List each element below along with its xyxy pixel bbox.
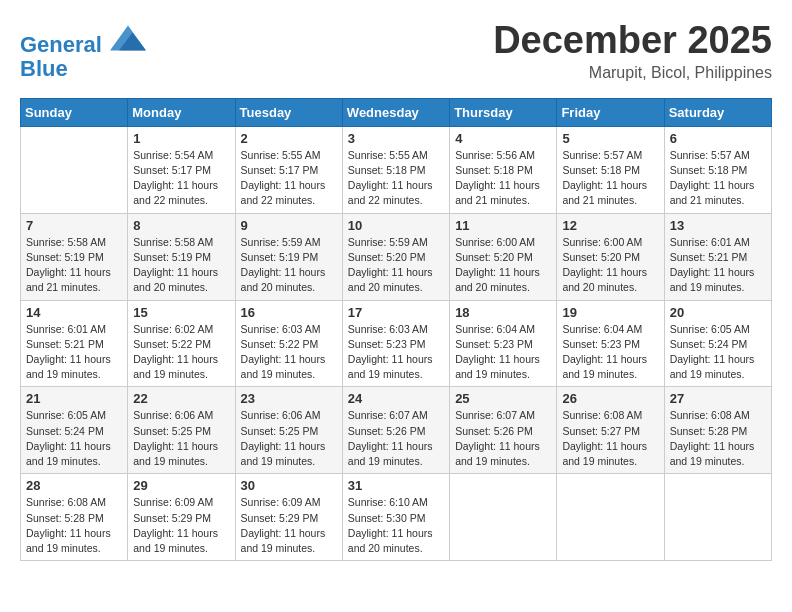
calendar-cell: 10Sunrise: 5:59 AM Sunset: 5:20 PM Dayli… — [342, 213, 449, 300]
day-info: Sunrise: 6:09 AM Sunset: 5:29 PM Dayligh… — [133, 495, 229, 556]
calendar-cell: 25Sunrise: 6:07 AM Sunset: 5:26 PM Dayli… — [450, 387, 557, 474]
day-number: 14 — [26, 305, 122, 320]
day-info: Sunrise: 5:57 AM Sunset: 5:18 PM Dayligh… — [670, 148, 766, 209]
day-info: Sunrise: 6:05 AM Sunset: 5:24 PM Dayligh… — [670, 322, 766, 383]
day-number: 16 — [241, 305, 337, 320]
logo: General Blue — [20, 24, 146, 81]
calendar-week-1: 1Sunrise: 5:54 AM Sunset: 5:17 PM Daylig… — [21, 126, 772, 213]
calendar-cell: 17Sunrise: 6:03 AM Sunset: 5:23 PM Dayli… — [342, 300, 449, 387]
calendar-cell: 3Sunrise: 5:55 AM Sunset: 5:18 PM Daylig… — [342, 126, 449, 213]
calendar-week-5: 28Sunrise: 6:08 AM Sunset: 5:28 PM Dayli… — [21, 474, 772, 561]
day-info: Sunrise: 6:08 AM Sunset: 5:27 PM Dayligh… — [562, 408, 658, 469]
logo-general: General — [20, 32, 102, 57]
weekday-header-monday: Monday — [128, 98, 235, 126]
calendar-cell: 20Sunrise: 6:05 AM Sunset: 5:24 PM Dayli… — [664, 300, 771, 387]
day-info: Sunrise: 6:08 AM Sunset: 5:28 PM Dayligh… — [670, 408, 766, 469]
calendar-week-3: 14Sunrise: 6:01 AM Sunset: 5:21 PM Dayli… — [21, 300, 772, 387]
weekday-header-tuesday: Tuesday — [235, 98, 342, 126]
day-number: 23 — [241, 391, 337, 406]
weekday-header-row: SundayMondayTuesdayWednesdayThursdayFrid… — [21, 98, 772, 126]
day-info: Sunrise: 6:08 AM Sunset: 5:28 PM Dayligh… — [26, 495, 122, 556]
page-header: General Blue December 2025 Marupit, Bico… — [20, 20, 772, 82]
calendar-cell: 31Sunrise: 6:10 AM Sunset: 5:30 PM Dayli… — [342, 474, 449, 561]
day-info: Sunrise: 6:00 AM Sunset: 5:20 PM Dayligh… — [562, 235, 658, 296]
day-info: Sunrise: 6:04 AM Sunset: 5:23 PM Dayligh… — [455, 322, 551, 383]
day-number: 5 — [562, 131, 658, 146]
day-number: 11 — [455, 218, 551, 233]
day-number: 17 — [348, 305, 444, 320]
calendar-cell: 19Sunrise: 6:04 AM Sunset: 5:23 PM Dayli… — [557, 300, 664, 387]
day-info: Sunrise: 5:55 AM Sunset: 5:17 PM Dayligh… — [241, 148, 337, 209]
calendar-cell: 1Sunrise: 5:54 AM Sunset: 5:17 PM Daylig… — [128, 126, 235, 213]
logo-icon — [110, 24, 146, 52]
calendar-cell: 23Sunrise: 6:06 AM Sunset: 5:25 PM Dayli… — [235, 387, 342, 474]
calendar-cell: 12Sunrise: 6:00 AM Sunset: 5:20 PM Dayli… — [557, 213, 664, 300]
day-info: Sunrise: 6:10 AM Sunset: 5:30 PM Dayligh… — [348, 495, 444, 556]
calendar-cell: 16Sunrise: 6:03 AM Sunset: 5:22 PM Dayli… — [235, 300, 342, 387]
calendar-cell: 7Sunrise: 5:58 AM Sunset: 5:19 PM Daylig… — [21, 213, 128, 300]
weekday-header-friday: Friday — [557, 98, 664, 126]
calendar-cell — [557, 474, 664, 561]
day-info: Sunrise: 5:59 AM Sunset: 5:19 PM Dayligh… — [241, 235, 337, 296]
day-info: Sunrise: 6:01 AM Sunset: 5:21 PM Dayligh… — [670, 235, 766, 296]
weekday-header-saturday: Saturday — [664, 98, 771, 126]
calendar-cell: 22Sunrise: 6:06 AM Sunset: 5:25 PM Dayli… — [128, 387, 235, 474]
day-number: 15 — [133, 305, 229, 320]
day-number: 27 — [670, 391, 766, 406]
day-info: Sunrise: 6:02 AM Sunset: 5:22 PM Dayligh… — [133, 322, 229, 383]
calendar-cell: 21Sunrise: 6:05 AM Sunset: 5:24 PM Dayli… — [21, 387, 128, 474]
logo-text: General — [20, 24, 146, 57]
calendar-cell: 24Sunrise: 6:07 AM Sunset: 5:26 PM Dayli… — [342, 387, 449, 474]
calendar-cell: 30Sunrise: 6:09 AM Sunset: 5:29 PM Dayli… — [235, 474, 342, 561]
day-number: 24 — [348, 391, 444, 406]
calendar-cell: 15Sunrise: 6:02 AM Sunset: 5:22 PM Dayli… — [128, 300, 235, 387]
day-number: 8 — [133, 218, 229, 233]
weekday-header-wednesday: Wednesday — [342, 98, 449, 126]
day-info: Sunrise: 6:06 AM Sunset: 5:25 PM Dayligh… — [241, 408, 337, 469]
title-block: December 2025 Marupit, Bicol, Philippine… — [493, 20, 772, 82]
calendar-location: Marupit, Bicol, Philippines — [493, 64, 772, 82]
day-info: Sunrise: 6:05 AM Sunset: 5:24 PM Dayligh… — [26, 408, 122, 469]
calendar-cell: 11Sunrise: 6:00 AM Sunset: 5:20 PM Dayli… — [450, 213, 557, 300]
day-info: Sunrise: 6:06 AM Sunset: 5:25 PM Dayligh… — [133, 408, 229, 469]
day-number: 12 — [562, 218, 658, 233]
day-info: Sunrise: 6:03 AM Sunset: 5:23 PM Dayligh… — [348, 322, 444, 383]
calendar-cell — [664, 474, 771, 561]
calendar-cell: 27Sunrise: 6:08 AM Sunset: 5:28 PM Dayli… — [664, 387, 771, 474]
calendar-week-4: 21Sunrise: 6:05 AM Sunset: 5:24 PM Dayli… — [21, 387, 772, 474]
day-number: 22 — [133, 391, 229, 406]
calendar-cell: 26Sunrise: 6:08 AM Sunset: 5:27 PM Dayli… — [557, 387, 664, 474]
day-number: 28 — [26, 478, 122, 493]
calendar-cell: 5Sunrise: 5:57 AM Sunset: 5:18 PM Daylig… — [557, 126, 664, 213]
calendar-cell: 8Sunrise: 5:58 AM Sunset: 5:19 PM Daylig… — [128, 213, 235, 300]
day-number: 29 — [133, 478, 229, 493]
day-number: 31 — [348, 478, 444, 493]
day-info: Sunrise: 5:57 AM Sunset: 5:18 PM Dayligh… — [562, 148, 658, 209]
day-info: Sunrise: 5:56 AM Sunset: 5:18 PM Dayligh… — [455, 148, 551, 209]
day-number: 26 — [562, 391, 658, 406]
day-info: Sunrise: 5:54 AM Sunset: 5:17 PM Dayligh… — [133, 148, 229, 209]
day-number: 6 — [670, 131, 766, 146]
day-number: 13 — [670, 218, 766, 233]
weekday-header-sunday: Sunday — [21, 98, 128, 126]
day-info: Sunrise: 5:59 AM Sunset: 5:20 PM Dayligh… — [348, 235, 444, 296]
calendar-cell — [450, 474, 557, 561]
day-number: 30 — [241, 478, 337, 493]
day-number: 3 — [348, 131, 444, 146]
calendar-title: December 2025 — [493, 20, 772, 62]
day-number: 20 — [670, 305, 766, 320]
calendar-cell: 2Sunrise: 5:55 AM Sunset: 5:17 PM Daylig… — [235, 126, 342, 213]
day-info: Sunrise: 6:03 AM Sunset: 5:22 PM Dayligh… — [241, 322, 337, 383]
calendar-cell: 29Sunrise: 6:09 AM Sunset: 5:29 PM Dayli… — [128, 474, 235, 561]
day-info: Sunrise: 5:55 AM Sunset: 5:18 PM Dayligh… — [348, 148, 444, 209]
day-info: Sunrise: 6:09 AM Sunset: 5:29 PM Dayligh… — [241, 495, 337, 556]
calendar-cell: 14Sunrise: 6:01 AM Sunset: 5:21 PM Dayli… — [21, 300, 128, 387]
day-info: Sunrise: 6:00 AM Sunset: 5:20 PM Dayligh… — [455, 235, 551, 296]
day-number: 18 — [455, 305, 551, 320]
calendar-cell: 4Sunrise: 5:56 AM Sunset: 5:18 PM Daylig… — [450, 126, 557, 213]
calendar-week-2: 7Sunrise: 5:58 AM Sunset: 5:19 PM Daylig… — [21, 213, 772, 300]
logo-blue: Blue — [20, 57, 146, 81]
calendar-table: SundayMondayTuesdayWednesdayThursdayFrid… — [20, 98, 772, 561]
calendar-cell: 9Sunrise: 5:59 AM Sunset: 5:19 PM Daylig… — [235, 213, 342, 300]
day-info: Sunrise: 5:58 AM Sunset: 5:19 PM Dayligh… — [133, 235, 229, 296]
